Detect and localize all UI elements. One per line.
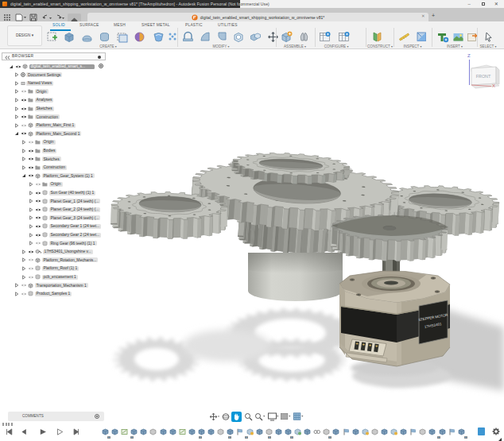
- svg-text:X: X: [492, 83, 495, 88]
- svg-text:FRONT: FRONT: [476, 74, 491, 79]
- svg-text:Z: Z: [467, 53, 471, 58]
